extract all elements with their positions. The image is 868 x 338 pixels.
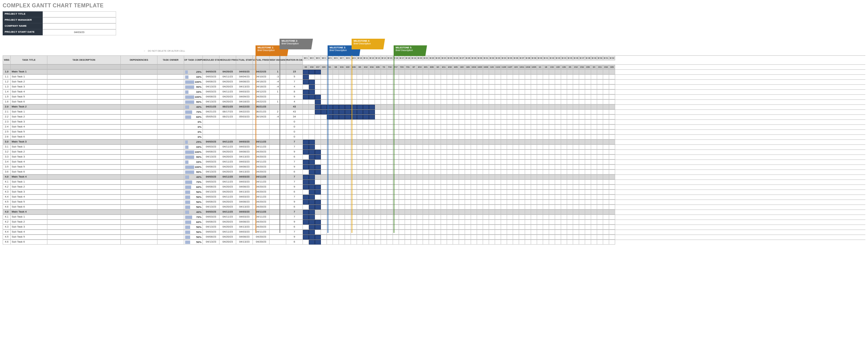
week-cell — [591, 120, 597, 124]
week-cell — [363, 70, 369, 74]
week-cell — [561, 80, 567, 85]
week-cell — [513, 205, 519, 210]
meta-value[interactable] — [43, 11, 116, 17]
date-header: 1/8 — [543, 65, 549, 69]
week-cell — [477, 145, 483, 150]
week-cell — [537, 145, 543, 150]
data-cell: 04/20/23 — [219, 170, 236, 175]
week-cell — [339, 100, 345, 104]
week-cell — [309, 105, 315, 110]
week-cell — [369, 75, 375, 80]
meta-value[interactable]: 04/03/23 — [43, 29, 116, 35]
data-cell — [48, 85, 121, 89]
data-cell: 04/11/23 — [219, 160, 236, 164]
week-cell — [321, 160, 327, 164]
week-cell — [537, 180, 543, 185]
week-cell — [525, 160, 531, 164]
week-cell — [423, 165, 429, 170]
week-cell — [333, 145, 339, 150]
week-cell — [603, 180, 609, 185]
week-cell — [405, 85, 411, 89]
week-cell — [375, 130, 381, 134]
data-cell: 04/03/23 — [203, 160, 219, 164]
week-cell — [417, 190, 423, 194]
data-cell — [48, 135, 121, 140]
week-cell — [513, 230, 519, 235]
week-cell — [363, 230, 369, 235]
data-cell: 2 — [270, 110, 286, 115]
week-cell — [591, 235, 597, 240]
data-cell: 04/03/23 — [203, 140, 219, 145]
col-header: ACTUAL FINISH — [253, 56, 270, 64]
week-cell — [555, 135, 561, 140]
week-cell — [357, 240, 363, 245]
week-cell — [327, 215, 333, 220]
week-cell — [597, 90, 603, 94]
week-cell — [609, 150, 615, 154]
week-cell — [333, 240, 339, 245]
week-cell — [519, 120, 525, 124]
week-cell — [393, 100, 399, 104]
pct-cell: 70% — [184, 180, 203, 185]
week-cell — [381, 150, 387, 154]
col-header-spacer — [48, 65, 121, 69]
week-cell — [513, 155, 519, 159]
week-cell — [519, 210, 525, 215]
week-cell — [429, 195, 435, 199]
week-cell — [531, 200, 537, 205]
week-cell — [483, 85, 489, 89]
week-cell — [459, 90, 465, 94]
data-cell — [253, 125, 270, 129]
week-cell — [555, 230, 561, 235]
meta-value[interactable] — [43, 17, 116, 23]
week-cell — [561, 130, 567, 134]
week-cell — [489, 190, 495, 194]
week-cell — [423, 180, 429, 185]
week-cell — [363, 160, 369, 164]
week-cell — [507, 185, 513, 189]
week-cell — [369, 200, 375, 205]
week-cell — [447, 220, 453, 224]
data-cell: 2.6 — [3, 135, 11, 140]
week-cell — [579, 135, 585, 140]
week-header: W 3 — [315, 56, 321, 60]
week-cell — [429, 75, 435, 80]
week-cell — [387, 200, 393, 205]
week-cell — [387, 220, 393, 224]
meta-value[interactable] — [43, 23, 116, 29]
week-cell — [321, 240, 327, 245]
week-cell — [513, 190, 519, 194]
week-cell — [417, 135, 423, 140]
week-header: W 25 — [447, 56, 453, 60]
week-cell — [393, 235, 399, 240]
week-cell — [597, 145, 603, 150]
table-row: 3.0Main Task 325%04/03/2304/11/2304/03/2… — [3, 140, 865, 145]
week-cell — [315, 130, 321, 134]
data-cell — [236, 135, 253, 140]
week-cell — [441, 210, 447, 215]
week-cell — [471, 220, 477, 224]
week-cell — [393, 185, 399, 189]
table-row: 4.0Main Task 440%04/03/2304/11/2304/03/2… — [3, 175, 865, 180]
task-title: Sub Task 5 — [11, 130, 48, 134]
week-cell — [543, 105, 549, 110]
week-cell — [327, 190, 333, 194]
data-cell: 04/11/23 — [219, 195, 236, 199]
week-cell — [447, 190, 453, 194]
data-cell — [270, 190, 286, 194]
data-cell: 04/03/23 — [236, 175, 253, 180]
week-cell — [453, 85, 459, 89]
date-header: 1/22 — [555, 65, 561, 69]
week-cell — [405, 130, 411, 134]
week-cell — [435, 160, 441, 164]
week-cell — [393, 145, 399, 150]
week-header: W 24 — [441, 56, 447, 60]
task-title: Sub Task 3 — [11, 155, 48, 159]
week-cell — [357, 105, 363, 110]
week-cell — [489, 185, 495, 189]
week-cell — [405, 195, 411, 199]
week-cell — [321, 225, 327, 229]
data-cell — [270, 150, 286, 154]
week-cell — [387, 120, 393, 124]
week-cell — [435, 145, 441, 150]
